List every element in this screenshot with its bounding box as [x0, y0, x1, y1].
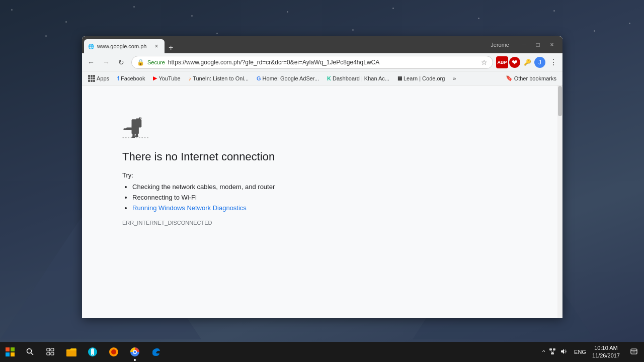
- svg-rect-14: [6, 347, 10, 351]
- tab-favicon: 🌐: [88, 44, 94, 49]
- nav-bar: ← → ↻ 🔒 Secure https://www.google.com.ph…: [82, 53, 562, 71]
- volume-svg-icon: [560, 348, 567, 355]
- svg-rect-33: [549, 348, 552, 350]
- svg-line-36: [551, 350, 553, 352]
- browser-tab[interactable]: 🌐 www.google.com.ph ×: [84, 39, 165, 53]
- bookmark-code[interactable]: ▦ Learn | Code.org: [394, 74, 448, 82]
- system-tray: ^: [537, 342, 572, 362]
- language-indicator[interactable]: ENG: [572, 349, 588, 355]
- window-controls: ─ □ ×: [513, 36, 562, 53]
- error-title: There is no Internet connection: [122, 150, 364, 163]
- dot: [191, 15, 193, 17]
- svg-rect-11: [135, 136, 138, 137]
- network-icon[interactable]: [548, 347, 557, 357]
- refresh-button[interactable]: ↻: [114, 55, 128, 69]
- bookmark-tunein[interactable]: ♪ TuneIn: Listen to Onl...: [186, 74, 252, 82]
- edge-icon: [150, 346, 162, 357]
- bookmarks-bar: Apps f Facebook ▶ YouTube ♪ TuneIn: List…: [82, 71, 562, 85]
- other-bookmarks[interactable]: 🔖 Other bookmarks: [503, 74, 559, 82]
- taskbar-chrome[interactable]: [125, 342, 145, 362]
- task-view-icon: [46, 348, 54, 356]
- network-svg-icon: [549, 348, 556, 355]
- svg-marker-38: [561, 349, 564, 354]
- browser-window: 🌐 www.google.com.ph × + Jerome ─ □ × ← →…: [82, 36, 562, 318]
- notification-center-button[interactable]: [624, 342, 644, 362]
- title-bar: 🌐 www.google.com.ph × + Jerome ─ □ ×: [82, 36, 562, 53]
- close-button[interactable]: ×: [545, 38, 558, 51]
- scrollbar[interactable]: [557, 85, 562, 318]
- khan-label: Dashboard | Khan Ac...: [333, 75, 389, 81]
- profile-avatar[interactable]: J: [534, 57, 545, 68]
- error-list-item-1: Checking the network cables, modem, and …: [132, 183, 364, 191]
- task-view-button[interactable]: [40, 342, 60, 362]
- code-label: Learn | Code.org: [404, 75, 445, 81]
- dino-icon: [122, 116, 150, 138]
- error-list-item-2: Reconnecting to Wi-Fi: [132, 194, 364, 201]
- error-code: ERR_INTERNET_DISCONNECTED: [122, 220, 364, 226]
- dot: [594, 30, 595, 32]
- svg-rect-15: [11, 347, 15, 351]
- facebook-label: Facebook: [121, 75, 145, 81]
- code-icon: ▦: [397, 75, 402, 81]
- bookmark-google-ads[interactable]: G Home: Google AdSer...: [254, 74, 322, 82]
- bookmark-star-icon[interactable]: ☆: [481, 58, 488, 66]
- taskbar-firefox[interactable]: [104, 342, 124, 362]
- dot: [553, 10, 555, 12]
- dot: [478, 18, 479, 19]
- start-button[interactable]: [0, 342, 20, 362]
- system-tray-chevron[interactable]: ^: [541, 348, 546, 356]
- url-text[interactable]: https://www.google.com.ph/?gfe_rd=cr&dcr…: [168, 59, 478, 66]
- bookmark-khan[interactable]: K Dashboard | Khan Ac...: [324, 74, 392, 82]
- dot: [11, 9, 13, 11]
- google-icon: G: [257, 75, 261, 81]
- minimize-button[interactable]: ─: [517, 38, 530, 51]
- dot: [216, 33, 218, 34]
- back-button[interactable]: ←: [84, 55, 98, 69]
- svg-point-27: [92, 354, 93, 355]
- error-list: Checking the network cables, modem, and …: [122, 183, 364, 212]
- chrome-menu-button[interactable]: ⋮: [546, 55, 560, 69]
- forward-button[interactable]: →: [99, 55, 113, 69]
- bookmark-more-button[interactable]: »: [450, 74, 459, 82]
- dot: [352, 29, 354, 31]
- taskbar-phone[interactable]: [83, 342, 103, 362]
- maximize-button[interactable]: □: [531, 38, 544, 51]
- lastpass-extension-icon[interactable]: ❤: [509, 57, 520, 68]
- search-button[interactable]: [20, 342, 40, 362]
- secure-label: Secure: [147, 59, 165, 65]
- notification-icon: [630, 348, 637, 355]
- network-diagnostics-link[interactable]: Running Windows Network Diagnostics: [132, 204, 247, 212]
- youtube-label: YouTube: [158, 75, 180, 81]
- google-ads-label: Home: Google AdSer...: [263, 75, 319, 81]
- svg-rect-23: [51, 352, 54, 355]
- svg-rect-20: [47, 348, 50, 351]
- key-extension-icon[interactable]: 🔑: [521, 56, 533, 68]
- svg-point-32: [134, 351, 136, 353]
- adblock-extension-icon[interactable]: ABP: [496, 56, 508, 68]
- dot: [45, 35, 47, 37]
- bookmark-apps[interactable]: Apps: [85, 74, 112, 83]
- scrollbar-thumb[interactable]: [558, 86, 562, 116]
- error-list-item-3: Running Windows Network Diagnostics: [132, 204, 364, 212]
- address-bar[interactable]: 🔒 Secure https://www.google.com.ph/?gfe_…: [131, 56, 493, 69]
- khan-icon: K: [327, 75, 331, 81]
- bookmark-folder-icon: 🔖: [506, 75, 513, 81]
- tunein-label: TuneIn: Listen to Onl...: [193, 75, 249, 81]
- svg-rect-7: [123, 128, 127, 130]
- svg-rect-12: [138, 124, 140, 126]
- system-clock[interactable]: 10:10 AM 11/26/2017: [588, 342, 624, 362]
- dot: [287, 11, 288, 13]
- bookmark-youtube[interactable]: ▶ YouTube: [150, 74, 183, 82]
- taskbar-file-explorer[interactable]: [61, 342, 82, 362]
- bookmark-facebook[interactable]: f Facebook: [114, 74, 148, 83]
- youtube-icon: ▶: [153, 75, 157, 81]
- svg-rect-6: [126, 127, 133, 130]
- tab-close-button[interactable]: ×: [152, 42, 160, 50]
- volume-icon[interactable]: [559, 347, 568, 357]
- svg-rect-5: [132, 127, 139, 134]
- new-tab-button[interactable]: +: [165, 43, 177, 52]
- page-content: There is no Internet connection Try: Che…: [82, 85, 562, 318]
- svg-rect-17: [11, 352, 15, 356]
- user-profile-area[interactable]: Jerome: [487, 42, 513, 48]
- taskbar-edge[interactable]: [146, 342, 166, 362]
